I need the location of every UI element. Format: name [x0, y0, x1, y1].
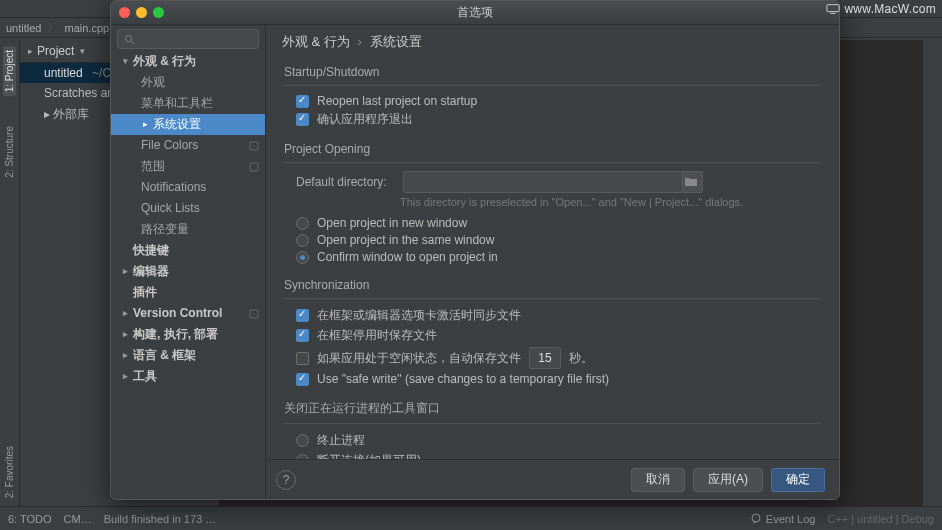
- tree-appearance[interactable]: 外观: [111, 72, 265, 93]
- svg-rect-5: [250, 310, 258, 318]
- tree-notifications[interactable]: Notifications: [111, 177, 265, 198]
- status-cmake[interactable]: CM…: [64, 513, 92, 525]
- right-gutter: [922, 40, 942, 506]
- svg-rect-6: [827, 5, 839, 12]
- project-badge-icon: [249, 309, 259, 319]
- prefs-main: 外观 & 行为 › 系统设置 Startup/Shutdown Reopen l…: [266, 25, 839, 499]
- preferences-dialog: 首选项 ▾外观 & 行为 外观 菜单和工具栏 ▸系统设置 File Colors…: [110, 0, 840, 500]
- tree-vcs[interactable]: ▸Version Control: [111, 303, 265, 324]
- prefs-title: 首选项: [111, 4, 839, 21]
- tree-path-vars[interactable]: 路径变量: [111, 219, 265, 240]
- svg-line-2: [131, 41, 134, 44]
- idle-seconds-input[interactable]: [529, 347, 561, 369]
- breadcrumb: 外观 & 行为 › 系统设置: [266, 25, 839, 57]
- tree-quick-lists[interactable]: Quick Lists: [111, 198, 265, 219]
- prefs-footer: ? 取消 应用(A) 确定: [266, 459, 839, 499]
- tree-plugins[interactable]: 插件: [111, 282, 265, 303]
- radio-same-window[interactable]: [296, 234, 309, 247]
- tree-editor[interactable]: ▸编辑器: [111, 261, 265, 282]
- search-icon: [124, 34, 135, 45]
- prefs-titlebar[interactable]: 首选项: [111, 1, 839, 25]
- tool-project[interactable]: 1: Project: [3, 46, 16, 96]
- tree-tools[interactable]: ▸工具: [111, 366, 265, 387]
- folder-icon: [685, 177, 697, 187]
- section-startup: Startup/Shutdown: [284, 65, 821, 79]
- radio-new-window[interactable]: [296, 217, 309, 230]
- bubble-icon: [750, 513, 762, 525]
- svg-rect-4: [250, 163, 258, 171]
- default-dir-input[interactable]: [403, 171, 683, 193]
- path-crumb: untitled: [6, 22, 41, 34]
- tool-favorites[interactable]: 2: Favorites: [4, 446, 15, 498]
- svg-point-0: [752, 514, 760, 522]
- section-sync: Synchronization: [284, 278, 821, 292]
- section-project-opening: Project Opening: [284, 142, 821, 156]
- tree-menus-toolbars[interactable]: 菜单和工具栏: [111, 93, 265, 114]
- default-dir-hint: This directory is preselected in "Open..…: [284, 196, 821, 208]
- radio-terminate[interactable]: [296, 434, 309, 447]
- tree-system-settings[interactable]: ▸系统设置: [111, 114, 265, 135]
- tree-lang[interactable]: ▸语言 & 框架: [111, 345, 265, 366]
- cb-sync-activate[interactable]: [296, 309, 309, 322]
- tree-keymap[interactable]: 快捷键: [111, 240, 265, 261]
- project-badge-icon: [249, 162, 259, 172]
- prefs-content: Startup/Shutdown Reopen last project on …: [266, 57, 839, 459]
- tree-appearance-behavior[interactable]: ▾外观 & 行为: [111, 51, 265, 72]
- monitor-icon: [826, 3, 840, 15]
- svg-point-1: [126, 35, 132, 41]
- cancel-button[interactable]: 取消: [631, 468, 685, 492]
- chevron-right-icon: ›: [358, 34, 362, 49]
- status-todo[interactable]: 6: TODO: [8, 513, 52, 525]
- svg-rect-3: [250, 142, 258, 150]
- status-context: C++ | untitled | Debug: [827, 513, 934, 525]
- browse-dir-button[interactable]: [681, 171, 703, 193]
- left-gutter: 1: Project 2: Structure 2: Favorites: [0, 40, 20, 506]
- project-badge-icon: [249, 141, 259, 151]
- radio-confirm-window[interactable]: [296, 251, 309, 264]
- help-button[interactable]: ?: [276, 470, 296, 490]
- ok-button[interactable]: 确定: [771, 468, 825, 492]
- watermark: www.MacW.com: [826, 2, 936, 16]
- cb-sync-deactivate[interactable]: [296, 329, 309, 342]
- tree-scopes[interactable]: 范围: [111, 156, 265, 177]
- event-log[interactable]: Event Log: [750, 513, 816, 525]
- cb-confirm-exit[interactable]: [296, 113, 309, 126]
- apply-button[interactable]: 应用(A): [693, 468, 763, 492]
- prefs-tree: ▾外观 & 行为 外观 菜单和工具栏 ▸系统设置 File Colors 范围 …: [111, 51, 265, 499]
- cb-idle-save[interactable]: [296, 352, 309, 365]
- status-build: Build finished in 173 …: [104, 513, 217, 525]
- prefs-search[interactable]: [117, 29, 259, 49]
- radio-disconnect[interactable]: [296, 454, 309, 459]
- tool-structure[interactable]: 2: Structure: [4, 126, 15, 178]
- section-tool-windows: 关闭正在运行进程的工具窗口: [284, 400, 821, 417]
- prefs-sidebar: ▾外观 & 行为 外观 菜单和工具栏 ▸系统设置 File Colors 范围 …: [111, 25, 266, 499]
- tree-file-colors[interactable]: File Colors: [111, 135, 265, 156]
- tree-build[interactable]: ▸构建, 执行, 部署: [111, 324, 265, 345]
- editor-tab[interactable]: main.cpp: [64, 22, 109, 34]
- cb-safe-write[interactable]: [296, 373, 309, 386]
- cb-reopen-last[interactable]: [296, 95, 309, 108]
- status-bar: 6: TODO CM… Build finished in 173 … Even…: [0, 506, 942, 530]
